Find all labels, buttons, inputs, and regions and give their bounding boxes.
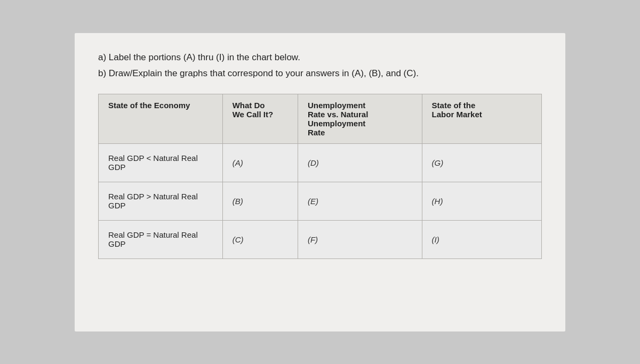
header-state: State of the Labor Market xyxy=(422,94,541,143)
unemployment-cell-3: (F) xyxy=(298,220,422,258)
table-row: Real GDP = Natural Real GDP (C) (F) (I) xyxy=(99,220,542,258)
instructions-block: a) Label the portions (A) thru (I) in th… xyxy=(98,52,542,79)
what-do-cell-2: (B) xyxy=(222,182,298,220)
header-what-do: What Do We Call It? xyxy=(222,94,298,143)
table-header-row: State of the Economy What Do We Call It?… xyxy=(99,94,542,143)
state-cell-2: (H) xyxy=(422,182,541,220)
economics-table: State of the Economy What Do We Call It?… xyxy=(98,94,542,259)
header-unemployment: Unemployment Rate vs. Natural Unemployme… xyxy=(298,94,422,143)
instruction-b: b) Draw/Explain the graphs that correspo… xyxy=(98,68,542,79)
unemployment-cell-2: (E) xyxy=(298,182,422,220)
what-do-cell-1: (A) xyxy=(222,143,298,182)
header-economy: State of the Economy xyxy=(99,94,223,143)
main-card: a) Label the portions (A) thru (I) in th… xyxy=(75,33,565,331)
economy-cell-2: Real GDP > Natural Real GDP xyxy=(99,182,223,220)
state-cell-1: (G) xyxy=(422,143,541,182)
economy-cell-1: Real GDP < Natural Real GDP xyxy=(99,143,223,182)
instruction-a: a) Label the portions (A) thru (I) in th… xyxy=(98,52,542,63)
economy-cell-3: Real GDP = Natural Real GDP xyxy=(99,220,223,258)
unemployment-cell-1: (D) xyxy=(298,143,422,182)
what-do-cell-3: (C) xyxy=(222,220,298,258)
table-row: Real GDP < Natural Real GDP (A) (D) (G) xyxy=(99,143,542,182)
state-cell-3: (I) xyxy=(422,220,541,258)
table-row: Real GDP > Natural Real GDP (B) (E) (H) xyxy=(99,182,542,220)
table-wrapper: State of the Economy What Do We Call It?… xyxy=(98,94,542,259)
